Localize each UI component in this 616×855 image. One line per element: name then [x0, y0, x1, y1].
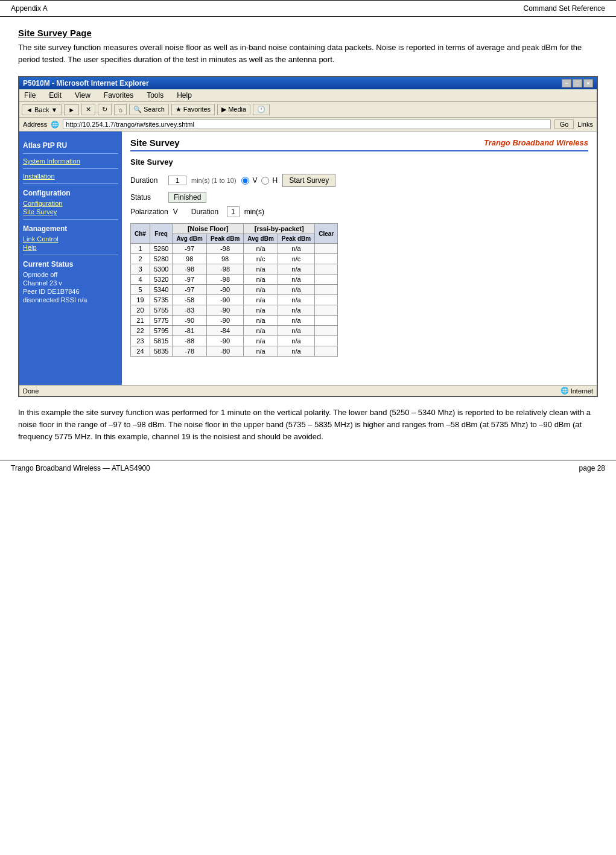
cell-avg-dbm: 98	[173, 254, 207, 264]
maximize-button[interactable]: □	[573, 79, 582, 87]
cell-avg-dbm: -97	[173, 244, 207, 254]
cell-avg-dbm2: n/a	[244, 336, 278, 346]
footer-right: page 28	[579, 464, 605, 472]
address-icon: 🌐	[51, 121, 59, 129]
back-button[interactable]: ◄ Back ▼	[22, 104, 62, 115]
address-input[interactable]	[63, 119, 550, 129]
cell-freq: 5775	[150, 316, 172, 326]
browser-menu: File Edit View Favorites Tools Help	[19, 89, 597, 102]
cell-peak-dbm: -80	[206, 346, 243, 357]
cell-peak-dbm2: n/a	[278, 305, 314, 316]
refresh-button[interactable]: ↻	[98, 104, 112, 115]
survey-table-wrapper: Ch# Freq [Noise Floor] [rssi-by-packet] …	[130, 223, 588, 357]
polarization-radio-group: V H	[241, 176, 278, 185]
minimize-button[interactable]: −	[562, 79, 571, 87]
menu-help[interactable]: Help	[174, 91, 194, 100]
cell-avg-dbm: -83	[173, 305, 207, 316]
col-ch: Ch#	[131, 224, 150, 244]
page-content: Site Survey Page The site survey functio…	[0, 17, 616, 454]
polarization-value: V	[173, 208, 178, 216]
sidebar-link-installation[interactable]: Installation	[23, 173, 118, 180]
media-button[interactable]: ▶ Media	[217, 104, 250, 115]
page-header: Appendix A Command Set Reference	[0, 0, 616, 17]
sidebar-link-help[interactable]: Help	[23, 244, 118, 251]
address-bar: Address 🌐 Go Links	[19, 118, 597, 132]
cell-avg-dbm: -97	[173, 275, 207, 285]
cell-freq: 5340	[150, 285, 172, 295]
browser-window: P5010M - Microsoft Internet Explorer − □…	[18, 76, 598, 397]
sidebar-divider-4	[23, 219, 118, 220]
menu-favorites[interactable]: Favorites	[101, 91, 136, 100]
footer-left: Trango Broadband Wireless — ATLAS4900	[11, 464, 150, 472]
search-button[interactable]: 🔍 Search	[129, 104, 169, 115]
start-survey-button[interactable]: Start Survey	[282, 174, 335, 187]
cell-ch: 1	[131, 244, 150, 254]
home-button[interactable]: ⌂	[114, 104, 127, 115]
sidebar-current-status-title: Current Status	[23, 260, 118, 269]
menu-tools[interactable]: Tools	[144, 91, 166, 100]
cell-peak-dbm2: n/a	[278, 275, 314, 285]
sidebar-config-title: Configuration	[23, 189, 118, 197]
header-left: Appendix A	[11, 4, 48, 13]
table-row: 22 5795 -81 -84 n/a n/a	[131, 326, 338, 336]
cell-ch: 21	[131, 316, 150, 326]
sidebar-link-configuration[interactable]: Configuration	[23, 200, 118, 207]
col-peak-dbm2: Peak dBm	[278, 234, 314, 244]
cell-ch: 23	[131, 336, 150, 346]
cell-peak-dbm2: n/a	[278, 336, 314, 346]
content-subtitle: Site Survey	[130, 157, 588, 167]
close-button[interactable]: ×	[583, 79, 593, 87]
cell-clear	[315, 305, 338, 316]
duration-hint: min(s) (1 to 10)	[191, 177, 237, 184]
links-label: Links	[577, 121, 593, 128]
group-noise-floor: [Noise Floor]	[173, 224, 244, 234]
cell-peak-dbm: -90	[206, 305, 243, 316]
menu-file[interactable]: File	[22, 91, 38, 100]
cell-clear	[315, 254, 338, 264]
table-row: 3 5300 -98 -98 n/a n/a	[131, 264, 338, 275]
cell-peak-dbm: -90	[206, 295, 243, 305]
status-label: Status	[130, 193, 164, 202]
status-row: Status Finished	[130, 192, 588, 203]
favorites-button[interactable]: ★ Favorites	[171, 104, 215, 115]
radio-v[interactable]	[241, 177, 249, 185]
table-row: 21 5775 -90 -90 n/a n/a	[131, 316, 338, 326]
duration2-hint: min(s)	[244, 208, 264, 216]
forward-button[interactable]: ►	[64, 104, 79, 115]
menu-edit[interactable]: Edit	[46, 91, 64, 100]
cell-peak-dbm2: n/c	[278, 254, 314, 264]
stop-button[interactable]: ✕	[81, 104, 95, 115]
radio-h[interactable]	[261, 177, 269, 185]
sidebar-divider-2	[23, 168, 118, 169]
cell-peak-dbm2: n/a	[278, 264, 314, 275]
history-button[interactable]: 🕐	[253, 104, 270, 115]
cell-peak-dbm2: n/a	[278, 295, 314, 305]
cell-peak-dbm: 98	[206, 254, 243, 264]
browser-body: Atlas PtP RU System Information Installa…	[19, 132, 597, 385]
cell-peak-dbm: -90	[206, 285, 243, 295]
duration2-label: Duration	[191, 208, 218, 216]
cell-avg-dbm: -88	[173, 336, 207, 346]
cell-peak-dbm: -98	[206, 275, 243, 285]
titlebar-buttons: − □ ×	[562, 79, 593, 87]
col-avg-dbm: Avg dBm	[173, 234, 207, 244]
cell-ch: 3	[131, 264, 150, 275]
go-button[interactable]: Go	[554, 119, 574, 129]
polarization-duration-row: Polarization V Duration 1 min(s)	[130, 206, 588, 217]
cell-avg-dbm: -81	[173, 326, 207, 336]
banner-brand: Trango Broadband Wireless	[484, 138, 588, 147]
col-clear: Clear	[315, 224, 338, 244]
duration-input[interactable]	[168, 176, 186, 185]
duration2-value: 1	[227, 206, 240, 217]
duration-row: Duration min(s) (1 to 10) V H Start Surv…	[130, 174, 588, 187]
sidebar-link-system-info[interactable]: System Information	[23, 157, 118, 165]
cell-freq: 5795	[150, 326, 172, 336]
cell-ch: 22	[131, 326, 150, 336]
page-banner: Site Survey Trango Broadband Wireless	[130, 138, 588, 151]
sidebar-link-link-control[interactable]: Link Control	[23, 235, 118, 243]
cell-clear	[315, 275, 338, 285]
intro-text: The site survey function measures overal…	[18, 42, 598, 65]
sidebar-link-site-survey[interactable]: Site Survey	[23, 208, 118, 215]
menu-view[interactable]: View	[72, 91, 93, 100]
cell-peak-dbm: -90	[206, 316, 243, 326]
